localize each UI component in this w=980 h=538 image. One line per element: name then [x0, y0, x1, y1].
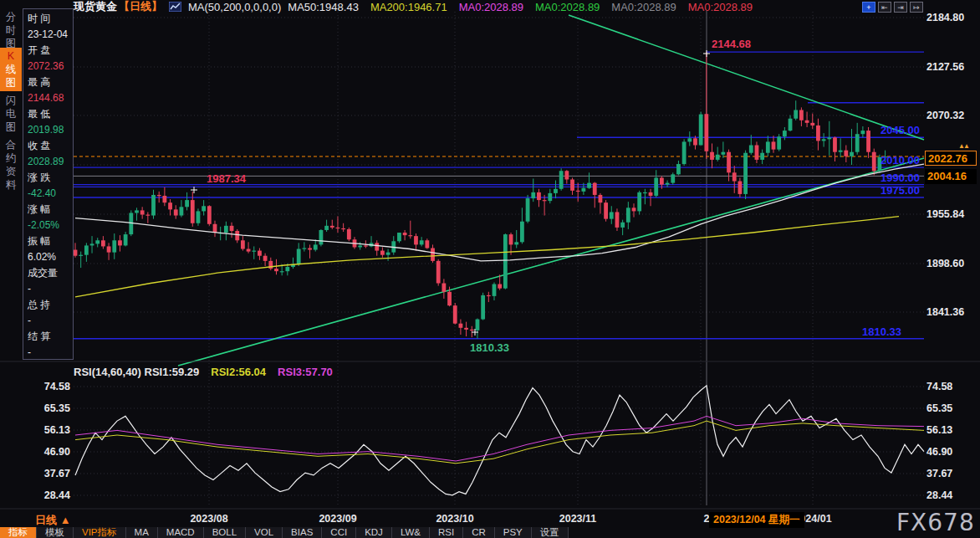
sidebar-tab-合约资料[interactable]: 合约资料: [0, 136, 22, 193]
candle-body: [615, 212, 620, 227]
period-dropdown[interactable]: 日线 ▲: [35, 513, 71, 528]
candle-body: [604, 202, 608, 218]
candle-body: [258, 251, 262, 256]
candle-body: [95, 240, 100, 243]
indicator-tab-MACD[interactable]: MACD: [158, 527, 204, 538]
candle-body: [252, 251, 256, 252]
candle-body: [716, 155, 720, 160]
axis-left-tool-icon[interactable]: ⇤: [878, 2, 891, 13]
info-label-3: 最 低: [28, 106, 73, 122]
sidebar-tab-分时图[interactable]: 分时图: [0, 8, 22, 52]
candle-body: [839, 151, 843, 152]
candle-body: [420, 240, 424, 244]
candle-body: [514, 242, 518, 244]
rsi-tick-right-74.58: 74.58: [926, 381, 977, 392]
candle-body: [693, 138, 697, 145]
candle-body: [772, 141, 776, 149]
indicator-tab-KDJ[interactable]: KDJ: [356, 527, 392, 538]
indicator-tab-MA[interactable]: MA: [126, 527, 158, 538]
candle-body: [274, 269, 278, 271]
axis-right-tool-icon[interactable]: ⇥: [894, 2, 907, 13]
candle-body: [431, 248, 435, 260]
rsi-tick-left-74.58: 74.58: [32, 381, 70, 392]
indicator-tab-RSI[interactable]: RSI: [430, 527, 463, 538]
sidebar-tab-闪电图[interactable]: 闪电图: [0, 92, 22, 136]
candle-body: [531, 192, 535, 198]
candle-body: [414, 236, 418, 244]
indicator-tab-CCI[interactable]: CCI: [322, 527, 356, 538]
sidebar-tab-K线图[interactable]: K线图: [0, 48, 22, 91]
level-label-1810.33: 1810.33: [470, 341, 509, 354]
indicator-tab-VIP指标[interactable]: VIP指标: [74, 527, 126, 538]
candle-body: [464, 328, 468, 330]
candle-body: [593, 183, 597, 195]
candle-body: [637, 192, 641, 212]
indicator-tab-设置[interactable]: 设置: [532, 527, 569, 538]
candle-body: [721, 152, 725, 155]
candle-body: [140, 210, 145, 214]
candle-body: [805, 120, 809, 123]
candle-body: [576, 191, 580, 192]
candle-body: [827, 137, 831, 139]
time-label-2023/10: 2023/10: [436, 513, 473, 525]
candle-body: [537, 192, 541, 200]
indicator-tab-LW&[interactable]: LW&: [392, 527, 430, 538]
crosshair-tool-icon[interactable]: +: [862, 2, 875, 13]
candle-body: [570, 180, 574, 191]
indicator-icon[interactable]: [169, 2, 181, 12]
ma-settings: MA(50,200,0,0,0,0): [188, 1, 281, 13]
rsi-tick-right-65.35: 65.35: [926, 402, 977, 414]
price-tick-2070.32: 2070.32: [926, 110, 977, 121]
trading-app-window: 2144.681987.342045.002010.001990.001975.…: [0, 0, 980, 538]
indicator-tab-BIAS[interactable]: BIAS: [283, 527, 322, 538]
candle-body: [247, 249, 251, 252]
indicator-tab-模板[interactable]: 模板: [37, 527, 74, 538]
candle-body: [408, 235, 412, 236]
candle-body: [620, 223, 625, 228]
info-label-9: 总 持: [28, 297, 73, 313]
candle-body: [581, 188, 585, 192]
candle-body: [118, 240, 122, 245]
candle-body: [135, 210, 139, 213]
candle-body: [314, 244, 318, 249]
rsi-header-part-1: RSI2:56.04: [211, 366, 266, 378]
symbol-title: 现货黄金: [74, 0, 117, 14]
candle-body: [587, 183, 591, 188]
candle-body: [666, 183, 670, 185]
indicator-tab-PSY[interactable]: PSY: [495, 527, 532, 538]
candle-body: [743, 153, 748, 194]
indicator-tab-VOL[interactable]: VOL: [246, 527, 283, 538]
candle-body: [330, 226, 334, 228]
candle-body: [860, 131, 865, 134]
ma-value-3: MA0:2028.89: [535, 1, 600, 13]
candle-body: [364, 245, 368, 246]
rsi-header: RSI(14,60,40) RSI1:59.29RSI2:56.04RSI3:5…: [74, 366, 333, 378]
candle-body: [799, 110, 804, 120]
info-value-4: 2028.89: [28, 154, 73, 170]
candle-body: [816, 126, 820, 141]
candle-body: [710, 152, 714, 160]
candle-body: [263, 256, 268, 261]
candle-body: [185, 200, 189, 207]
indicator-tab-指标[interactable]: 指标: [0, 527, 37, 538]
info-label-7: 振 幅: [28, 233, 73, 249]
candle-body: [487, 295, 491, 296]
ma-value-0: MA50:1948.43: [288, 1, 359, 13]
rsi-tick-right-56.13: 56.13: [926, 424, 977, 436]
indicator-tab-CR[interactable]: CR: [463, 527, 495, 538]
axis-shift-tool-icon[interactable]: ↦: [910, 2, 923, 13]
candle-body: [649, 192, 653, 196]
ma-value-4: MA0:2028.89: [611, 1, 676, 13]
price-tick-1955.84: 1955.84: [926, 208, 977, 220]
chart-canvas[interactable]: 2144.681987.342045.002010.001990.001975.…: [0, 0, 980, 538]
candle-body: [498, 284, 502, 289]
candle-body: [777, 136, 781, 149]
candle-body: [749, 146, 753, 153]
chart-header: 现货黄金【日线】 MA(50,200,0,0,0,0) MA50:1948.43…: [74, 0, 753, 13]
candle-body: [833, 137, 837, 151]
trendline-0: [178, 158, 924, 366]
candle-body: [610, 212, 614, 218]
candle-body: [308, 248, 312, 249]
candle-body: [436, 261, 441, 284]
indicator-tab-BOLL[interactable]: BOLL: [204, 527, 246, 538]
